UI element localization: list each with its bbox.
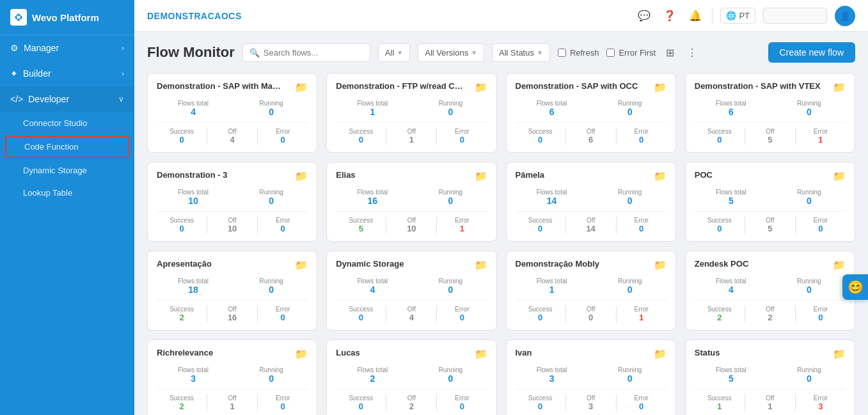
card-top-stats: Flows total 14 Running 0 — [516, 189, 667, 206]
create-flow-button[interactable]: Create new flow — [768, 42, 855, 63]
running-group: Running 0 — [235, 366, 308, 384]
sidebar-item-builder[interactable]: ✦ Builder › — [0, 61, 134, 86]
filter-versions-select[interactable]: All Versions ▼ — [418, 43, 484, 62]
flow-card[interactable]: Pâmela 📁 Flows total 14 Running 0 Succes… — [506, 162, 676, 242]
flows-total-value: 1 — [516, 285, 588, 295]
running-label: Running — [235, 366, 308, 373]
flows-total-value: 4 — [695, 285, 768, 295]
sidebar-item-manager[interactable]: ⚙ Manager › — [0, 35, 134, 61]
flows-total-label: Flows total — [336, 189, 409, 196]
flow-card[interactable]: POC 📁 Flows total 5 Running 0 Success 0 … — [685, 162, 855, 242]
running-label: Running — [594, 366, 667, 373]
off-group: Off 16 — [207, 306, 257, 322]
sidebar-subitem-connector-studio[interactable]: Connector Studio — [0, 112, 134, 134]
flow-card[interactable]: Ivan 📁 Flows total 3 Running 0 Success 0… — [506, 340, 676, 415]
running-label: Running — [235, 189, 308, 196]
card-top-stats: Flows total 2 Running 0 — [336, 366, 487, 384]
search-input[interactable] — [264, 48, 363, 58]
error-group: Error 0 — [617, 217, 667, 233]
sidebar-logo[interactable]: Wevo Platform — [0, 0, 134, 35]
help-icon[interactable]: ❓ — [661, 7, 679, 25]
error-first-checkbox[interactable] — [606, 49, 615, 57]
running-value: 0 — [414, 285, 487, 295]
chatbot-button[interactable]: 😊 — [842, 274, 868, 300]
sidebar-subitem-code-function[interactable]: Code Function — [5, 136, 129, 158]
off-value: 2 — [745, 313, 795, 322]
more-options-icon[interactable]: ⋮ — [684, 44, 700, 61]
card-divider — [695, 389, 846, 389]
card-top-stats: Flows total 6 Running 0 — [516, 100, 667, 117]
success-group: Success 2 — [157, 395, 207, 411]
flows-total-value: 16 — [336, 196, 409, 206]
flows-total-label: Flows total — [157, 100, 230, 107]
flow-card[interactable]: Lucas 📁 Flows total 2 Running 0 Success … — [326, 340, 496, 415]
running-value: 0 — [594, 107, 667, 117]
error-group: Error 1 — [437, 217, 487, 233]
card-header: Demonstration - FTP w/read CS... 📁 — [336, 81, 487, 93]
flow-card[interactable]: Demonstration - SAP with Mage... 📁 Flows… — [147, 73, 317, 153]
off-label: Off — [386, 217, 436, 224]
flow-card[interactable]: Demonstração Mobly 📁 Flows total 1 Runni… — [506, 251, 676, 331]
refresh-checkbox[interactable] — [558, 49, 566, 57]
success-value: 0 — [336, 402, 386, 411]
error-value: 0 — [617, 135, 667, 145]
off-value: 1 — [207, 402, 257, 411]
running-group: Running 0 — [594, 100, 667, 117]
flows-total-group: Flows total 3 — [516, 366, 588, 384]
card-header: Elias 📁 — [336, 170, 487, 182]
folder-icon: 📁 — [295, 259, 308, 271]
error-value: 0 — [796, 313, 846, 322]
running-label: Running — [773, 189, 846, 196]
filter-status-select[interactable]: All Status ▼ — [492, 43, 550, 62]
off-value: 2 — [386, 402, 436, 411]
grid-icon[interactable]: ⊞ — [663, 44, 677, 61]
success-value: 2 — [157, 402, 207, 411]
card-divider — [157, 211, 308, 212]
flow-card[interactable]: Demonstration - 3 📁 Flows total 10 Runni… — [147, 162, 317, 242]
topbar-search-input[interactable] — [763, 8, 827, 24]
error-group: Error 0 — [258, 306, 308, 322]
off-label: Off — [207, 395, 257, 402]
running-label: Running — [773, 278, 846, 285]
flow-card[interactable]: Demonstration - SAP with OCC 📁 Flows tot… — [506, 73, 676, 153]
running-label: Running — [235, 278, 308, 285]
bell-icon[interactable]: 🔔 — [686, 7, 704, 25]
flows-total-group: Flows total 16 — [336, 189, 409, 206]
sidebar-subitem-lookup-table[interactable]: Lookup Table — [0, 182, 134, 204]
card-title: Dynamic Storage — [336, 259, 404, 269]
flow-card[interactable]: Demonstration - SAP with VTEX 📁 Flows to… — [685, 73, 855, 153]
filter-all-select[interactable]: All ▼ — [378, 43, 410, 62]
off-value: 3 — [566, 402, 616, 411]
sidebar-subitem-dynamic-storage[interactable]: Dynamic Storage — [0, 159, 134, 182]
flows-total-label: Flows total — [695, 100, 768, 107]
globe-icon: 🌐 — [726, 11, 736, 20]
flows-total-group: Flows total 18 — [157, 278, 230, 295]
flow-card[interactable]: Dynamic Storage 📁 Flows total 4 Running … — [326, 251, 496, 331]
card-header: Demonstration - SAP with OCC 📁 — [516, 81, 667, 93]
user-avatar[interactable]: 👤 — [835, 6, 855, 26]
flow-card[interactable]: Status 📁 Flows total 5 Running 0 Success… — [685, 340, 855, 415]
card-header: Lucas 📁 — [336, 348, 487, 360]
search-box[interactable]: 🔍 — [242, 43, 370, 62]
sidebar-item-developer[interactable]: </> Developer ∨ — [0, 86, 134, 112]
card-bottom-stats: Success 0 Off 5 Error 0 — [695, 217, 846, 233]
flow-card[interactable]: Elias 📁 Flows total 16 Running 0 Success… — [326, 162, 496, 242]
error-first-checkbox-group[interactable]: Error First — [606, 48, 656, 58]
card-bottom-stats: Success 0 Off 2 Error 0 — [336, 395, 487, 411]
filter-all-arrow: ▼ — [397, 49, 403, 56]
language-selector[interactable]: 🌐 PT — [720, 8, 755, 24]
page-title: Flow Monitor — [147, 44, 235, 61]
card-title: Pâmela — [516, 170, 545, 180]
flows-total-label: Flows total — [336, 366, 409, 373]
flow-card[interactable]: Richrelevance 📁 Flows total 3 Running 0 … — [147, 340, 317, 415]
flow-card[interactable]: Zendesk POC 📁 Flows total 4 Running 0 Su… — [685, 251, 855, 331]
refresh-checkbox-group[interactable]: Refresh — [558, 48, 599, 58]
error-label: Error — [796, 306, 846, 313]
chat-icon[interactable]: 💬 — [635, 7, 653, 25]
flow-card[interactable]: Apresentação 📁 Flows total 18 Running 0 … — [147, 251, 317, 331]
error-label: Error — [437, 395, 487, 402]
flow-card[interactable]: Demonstration - FTP w/read CS... 📁 Flows… — [326, 73, 496, 153]
off-value: 10 — [386, 224, 436, 233]
card-divider — [336, 300, 487, 301]
off-group: Off 0 — [566, 306, 616, 322]
